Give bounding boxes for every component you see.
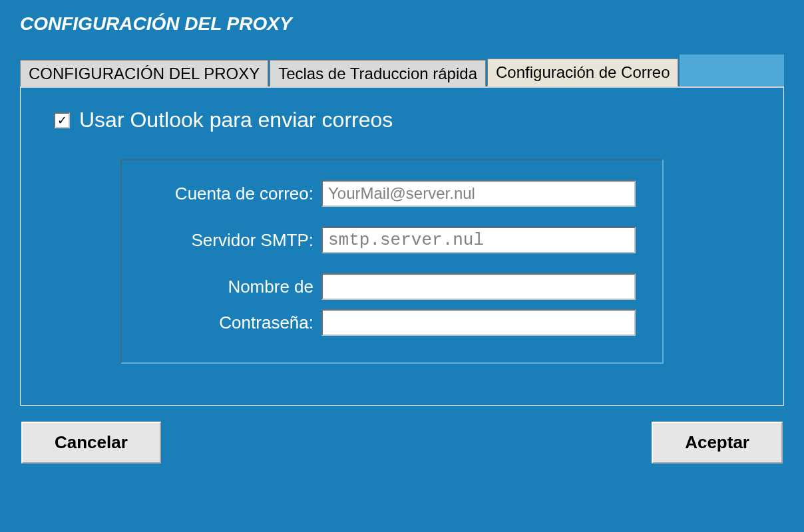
tab-mail-config[interactable]: Configuración de Correo (487, 59, 678, 86)
username-input[interactable] (321, 273, 636, 300)
password-row: Contraseña: (148, 309, 636, 336)
password-label: Contraseña: (148, 313, 321, 333)
mail-config-panel: ✓ Usar Outlook para enviar correos Cuent… (20, 86, 784, 406)
tabs-row: CONFIGURACIÓN DEL PROXY Teclas de Traduc… (20, 55, 784, 86)
use-outlook-checkbox[interactable]: ✓ (54, 112, 70, 128)
account-input[interactable] (321, 180, 636, 207)
use-outlook-label: Usar Outlook para enviar correos (79, 108, 393, 132)
tab-proxy-config[interactable]: CONFIGURACIÓN DEL PROXY (20, 60, 268, 87)
smtp-input[interactable] (321, 227, 636, 253)
username-row: Nombre de (148, 273, 636, 300)
accept-button[interactable]: Aceptar (652, 422, 783, 464)
account-label: Cuenta de correo: (148, 184, 321, 204)
tab-hotkeys[interactable]: Teclas de Traduccion rápida (270, 60, 486, 87)
smtp-label: Servidor SMTP: (148, 230, 321, 251)
window-title: CONFIGURACIÓN DEL PROXY (0, 0, 804, 41)
mail-form-group: Cuenta de correo: Servidor SMTP: Nombre … (120, 159, 664, 364)
content-area: CONFIGURACIÓN DEL PROXY Teclas de Traduc… (0, 41, 804, 477)
username-label: Nombre de (148, 277, 321, 297)
proxy-config-window: CONFIGURACIÓN DEL PROXY CONFIGURACIÓN DE… (0, 0, 804, 532)
button-row: Cancelar Aceptar (20, 422, 784, 464)
use-outlook-row: ✓ Usar Outlook para enviar correos (54, 108, 750, 132)
cancel-button[interactable]: Cancelar (21, 422, 161, 464)
password-input[interactable] (321, 309, 636, 336)
tab-spacer (680, 55, 784, 86)
smtp-row: Servidor SMTP: (148, 227, 636, 253)
account-row: Cuenta de correo: (148, 180, 636, 207)
